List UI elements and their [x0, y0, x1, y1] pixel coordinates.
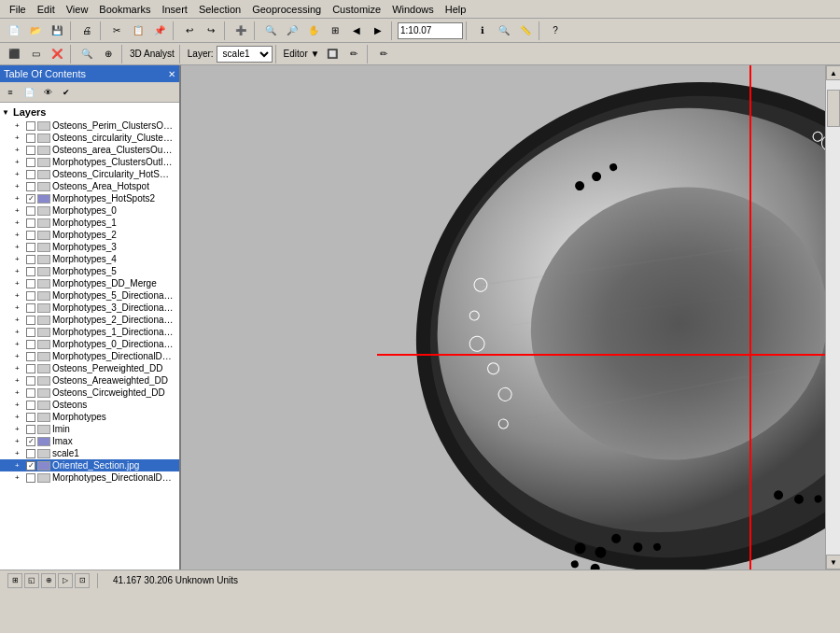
toc-layer-item[interactable]: +Oriented_Section.jpg: [0, 459, 179, 471]
layer-checkbox[interactable]: [26, 243, 35, 252]
layer-checkbox[interactable]: [26, 255, 35, 264]
new-button[interactable]: 📄: [4, 21, 24, 41]
toc-layer-item[interactable]: +Osteons_Perim_ClustersOutliers1: [0, 120, 179, 132]
scale-input[interactable]: [398, 22, 463, 39]
save-button[interactable]: 💾: [47, 21, 67, 41]
layer-expand-icon[interactable]: +: [15, 388, 26, 397]
layer-expand-icon[interactable]: +: [15, 449, 26, 457]
layer-checkbox[interactable]: [26, 182, 35, 191]
layer-checkbox[interactable]: [26, 449, 35, 458]
measure-button[interactable]: 📏: [515, 21, 536, 41]
layer-expand-icon[interactable]: +: [15, 146, 26, 154]
toc-layer-item[interactable]: +Morphotypes_2_DirectionalDistr: [0, 314, 179, 326]
layer-expand-icon[interactable]: +: [15, 364, 26, 373]
layer-expand-icon[interactable]: +: [15, 194, 26, 203]
toc-layer-item[interactable]: +Morphotypes_0_DirectionalDistr: [0, 338, 179, 350]
layers-expand-icon[interactable]: ▼: [2, 108, 13, 117]
layer-checkbox[interactable]: [26, 413, 35, 422]
zoom-select-btn[interactable]: ⊕: [98, 44, 119, 64]
layer-dropdown[interactable]: scale1: [217, 46, 273, 63]
layer-checkbox[interactable]: [26, 146, 35, 155]
layer-checkbox[interactable]: [26, 437, 35, 446]
layer-expand-icon[interactable]: +: [15, 473, 26, 482]
toc-layer-item[interactable]: +Morphotypes_DirectionalDistr1: [0, 471, 179, 484]
layer-expand-icon[interactable]: +: [15, 218, 26, 227]
layer-expand-icon[interactable]: +: [15, 461, 26, 470]
toc-close-button[interactable]: ✕: [168, 69, 175, 79]
menu-insert[interactable]: Insert: [156, 2, 193, 17]
toc-layer-item[interactable]: +Morphotypes_1: [0, 217, 179, 229]
layer-expand-icon[interactable]: +: [15, 316, 26, 324]
layer-expand-icon[interactable]: +: [15, 291, 26, 300]
layer-checkbox[interactable]: [26, 291, 35, 301]
layer-expand-icon[interactable]: +: [15, 182, 26, 190]
layer-checkbox[interactable]: [26, 121, 35, 131]
redo-button[interactable]: ↪: [201, 21, 221, 41]
layer-expand-icon[interactable]: +: [15, 413, 26, 421]
toc-layer-item[interactable]: +Morphotypes_ClustersOutliers: [0, 156, 179, 168]
toc-layer-item[interactable]: +Osteons_Perweighted_DD: [0, 362, 179, 374]
layer-checkbox[interactable]: [26, 218, 35, 228]
paste-button[interactable]: 📌: [149, 21, 170, 41]
toc-list-by-visibility-btn[interactable]: 👁: [39, 84, 56, 101]
layer-checkbox[interactable]: [26, 473, 35, 483]
layer-checkbox[interactable]: [26, 388, 35, 398]
find-button[interactable]: 🔍: [494, 21, 514, 41]
zoom-layer-btn[interactable]: 🔍: [77, 44, 97, 64]
select-features-btn[interactable]: ⬛: [4, 44, 24, 64]
menu-file[interactable]: File: [4, 2, 32, 17]
menu-bookmarks[interactable]: Bookmarks: [93, 2, 156, 17]
status-icon-1[interactable]: ⊞: [7, 573, 22, 588]
menu-edit[interactable]: Edit: [32, 2, 61, 17]
menu-help[interactable]: Help: [440, 2, 472, 17]
layer-checkbox[interactable]: [26, 194, 35, 204]
select-rect-btn[interactable]: ▭: [25, 44, 46, 64]
layer-expand-icon[interactable]: +: [15, 231, 26, 239]
layer-checkbox[interactable]: [26, 134, 35, 143]
vertical-scrollbar[interactable]: ▲ ▼: [825, 65, 840, 570]
layer-expand-icon[interactable]: +: [15, 401, 26, 409]
help-button[interactable]: ?: [545, 21, 566, 41]
layer-expand-icon[interactable]: +: [15, 352, 26, 360]
layer-expand-icon[interactable]: +: [15, 121, 26, 130]
layer-expand-icon[interactable]: +: [15, 134, 26, 142]
sketch-tool-btn[interactable]: ✏: [373, 44, 394, 64]
layer-expand-icon[interactable]: +: [15, 328, 26, 336]
layer-expand-icon[interactable]: +: [15, 267, 26, 275]
toc-layer-item[interactable]: +Morphotypes_1_DirectionalDistr: [0, 326, 179, 338]
full-extent-button[interactable]: ⊞: [325, 21, 345, 41]
layer-expand-icon[interactable]: +: [15, 158, 26, 166]
toc-layer-item[interactable]: +scale1: [0, 447, 179, 459]
layer-checkbox[interactable]: [26, 364, 35, 373]
toc-layer-item[interactable]: +Morphotypes_3_DirectionalDistr: [0, 302, 179, 314]
fwd-extent-button[interactable]: ▶: [368, 21, 388, 41]
toc-layer-item[interactable]: +Morphotypes_DD_Merge: [0, 277, 179, 289]
status-icon-2[interactable]: ◱: [24, 573, 39, 588]
snapping-btn[interactable]: 🔲: [322, 44, 343, 64]
toc-layer-item[interactable]: +Osteons_Circularity_HotSpots: [0, 168, 179, 180]
open-button[interactable]: 📂: [25, 21, 46, 41]
status-icon-4[interactable]: ▷: [58, 573, 73, 588]
layer-expand-icon[interactable]: +: [15, 206, 26, 215]
clear-select-btn[interactable]: ❌: [47, 44, 67, 64]
toc-list-by-drawing-btn[interactable]: ≡: [2, 84, 19, 101]
map-area[interactable]: ▲ ▼: [181, 65, 840, 570]
print-button[interactable]: 🖨: [77, 21, 97, 41]
layer-expand-icon[interactable]: +: [15, 279, 26, 288]
toc-layer-item[interactable]: +Morphotypes_5_DirectionalDistr: [0, 289, 179, 302]
layer-checkbox[interactable]: [26, 425, 35, 434]
toc-layer-item[interactable]: +Imin: [0, 423, 179, 435]
layer-checkbox[interactable]: [26, 340, 35, 349]
toc-layer-item[interactable]: +Morphotypes_DirectionalDistrib: [0, 350, 179, 362]
menu-customize[interactable]: Customize: [327, 2, 386, 17]
status-icon-3[interactable]: ⊕: [41, 573, 56, 588]
toc-list-by-source-btn[interactable]: 📄: [21, 84, 37, 101]
toc-layer-item[interactable]: +Osteons_Circweighted_DD: [0, 387, 179, 399]
menu-geoprocessing[interactable]: Geoprocessing: [246, 2, 327, 17]
layer-checkbox[interactable]: [26, 267, 35, 276]
layer-checkbox[interactable]: [26, 158, 35, 167]
identify-button[interactable]: ℹ: [472, 21, 493, 41]
layer-checkbox[interactable]: [26, 352, 35, 361]
menu-selection[interactable]: Selection: [193, 2, 246, 17]
toc-layer-item[interactable]: +Morphotypes_5: [0, 265, 179, 277]
